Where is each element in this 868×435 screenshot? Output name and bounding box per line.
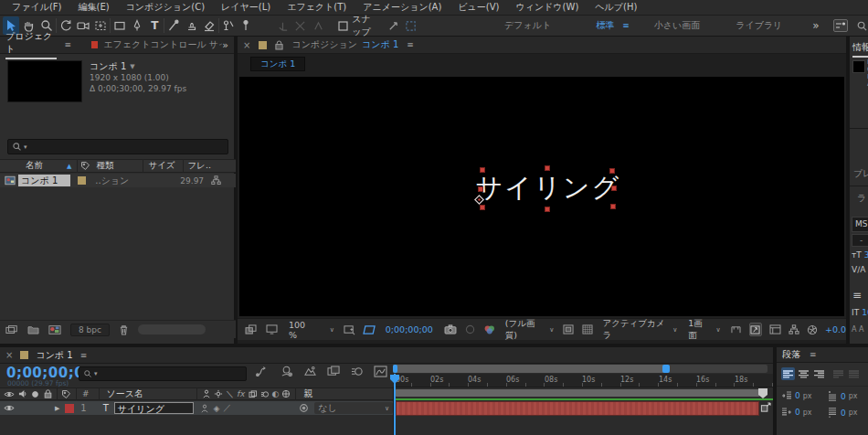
lock-icon[interactable] — [275, 40, 283, 50]
layer-video-eye-icon[interactable] — [4, 404, 15, 412]
workspace-menu-icon[interactable]: ≡ — [622, 21, 630, 30]
source-name-column-label[interactable]: ソース名 — [107, 387, 143, 400]
parent-dropdown[interactable]: なし ∨ — [314, 402, 393, 414]
canvas-text-layer[interactable]: サイリング — [476, 170, 620, 207]
puppet-pin-tool-button[interactable] — [238, 16, 254, 35]
indent-left-value[interactable]: 0 — [795, 391, 800, 400]
motion-blur-icon[interactable] — [351, 366, 364, 377]
row-label-swatch[interactable] — [78, 176, 86, 185]
graph-editor-icon[interactable] — [374, 366, 387, 377]
sort-arrow-icon[interactable]: ▲ — [67, 163, 71, 170]
audio-column-speaker-icon[interactable] — [18, 389, 27, 398]
camera-view-value[interactable]: アクティブカメラ — [602, 318, 665, 342]
selection-handle-top-center[interactable] — [545, 165, 550, 171]
parent-pickwhip-icon[interactable] — [299, 403, 309, 413]
fast-previews-icon[interactable] — [749, 323, 762, 336]
font-size-value[interactable]: 3 — [864, 250, 868, 260]
view-axis-mode-button[interactable] — [310, 16, 326, 35]
menu-view[interactable]: ビュー(V) — [450, 1, 507, 14]
selection-handle-top-left[interactable] — [480, 167, 485, 173]
draft-3d-icon[interactable] — [280, 366, 293, 377]
comp-name-caret[interactable]: ▼ — [130, 63, 134, 70]
local-axis-mode-button[interactable] — [275, 16, 291, 35]
camera-tool-button[interactable] — [75, 16, 91, 35]
menu-window[interactable]: ウィンドウ(W) — [507, 1, 587, 14]
align-center-button[interactable] — [797, 367, 810, 380]
time-navigator-end-handle[interactable] — [662, 365, 670, 373]
composition-canvas[interactable]: サイリング — [239, 77, 844, 316]
resolution-value[interactable]: (フル画質) — [505, 318, 543, 342]
close-tab-icon[interactable]: × — [243, 40, 250, 50]
view-layout-value[interactable]: 1画面 — [688, 318, 708, 342]
label-column-icon[interactable] — [80, 161, 90, 171]
pixel-aspect-correction-icon[interactable] — [730, 325, 742, 334]
comp-flowchart-icon[interactable] — [789, 324, 799, 334]
workspace-standard[interactable]: 標準 — [596, 19, 614, 32]
column-type[interactable]: 種類 — [96, 160, 113, 172]
adjustment-layer-switch-icon[interactable]: ◐ — [272, 389, 280, 398]
layer-row-1[interactable]: ▶ 1 T サイリング ◈ ／ なし ∨ — [0, 401, 393, 416]
shy-switch-icon[interactable] — [202, 389, 211, 398]
layer-bar-end-icon[interactable] — [760, 402, 771, 413]
menu-layer[interactable]: レイヤー(L) — [213, 1, 279, 14]
leading-value[interactable]: 10 — [862, 308, 868, 317]
label-column-tag-icon[interactable] — [61, 389, 71, 399]
three-d-switch-icon[interactable] — [281, 389, 291, 398]
row-flowchart-icon[interactable] — [211, 175, 221, 186]
roto-brush-tool-button[interactable] — [220, 16, 237, 35]
frame-blending-icon[interactable] — [327, 366, 341, 377]
comp-mini-flowchart-icon[interactable] — [256, 366, 270, 377]
magnification-value[interactable]: 100 % — [289, 320, 313, 340]
tab-library[interactable]: ラ — [857, 192, 866, 205]
solo-column-icon[interactable] — [31, 390, 39, 398]
space-after-value[interactable]: 0 — [841, 408, 846, 418]
new-composition-icon[interactable] — [48, 324, 61, 335]
magnification-caret-icon[interactable]: ∨ — [330, 326, 334, 334]
region-of-interest-icon[interactable] — [563, 324, 574, 334]
lock-column-icon[interactable] — [44, 389, 52, 398]
menu-file[interactable]: ファイル(F) — [4, 1, 70, 14]
tab-project[interactable]: プロジェクト — [5, 30, 57, 59]
trash-icon[interactable] — [119, 324, 129, 335]
layer-shy-switch[interactable] — [200, 404, 209, 413]
font-family-select[interactable]: MS ゴ — [852, 217, 868, 232]
menu-help[interactable]: ヘルプ(H) — [587, 1, 645, 14]
video-column-eye-icon[interactable] — [4, 390, 15, 398]
tab-composition-name[interactable]: コンポ 1 — [362, 38, 398, 51]
pen-tool-button[interactable] — [129, 16, 145, 35]
selection-handle-top-right[interactable] — [609, 168, 615, 174]
shrink-icon-button[interactable] — [386, 16, 402, 35]
layer-name[interactable]: サイリング — [114, 402, 195, 414]
parent-column-label[interactable]: 親 — [303, 387, 312, 400]
mask-visibility-button[interactable] — [403, 16, 419, 35]
row-comp-name[interactable]: コンポ 1 — [18, 175, 70, 186]
timeline-search-input[interactable]: ▾ — [79, 366, 247, 381]
timeline-button-icon[interactable] — [769, 324, 781, 334]
tab-overflow-chevron[interactable]: » — [222, 39, 228, 51]
monitor-icon[interactable] — [266, 324, 278, 334]
selection-handle-bottom-right[interactable] — [610, 204, 616, 209]
time-navigator[interactable] — [393, 365, 767, 373]
timeline-comp-label-swatch[interactable] — [20, 351, 28, 359]
world-axis-mode-button[interactable] — [292, 16, 309, 35]
transparency-grid-icon[interactable] — [582, 324, 593, 334]
effects-switch-label[interactable]: fx — [237, 389, 245, 398]
search-workspace-icon[interactable] — [856, 20, 868, 32]
workspace-bar-icon[interactable] — [833, 19, 848, 32]
view-layout-caret-icon[interactable]: ∨ — [715, 326, 720, 334]
comp-label-swatch[interactable] — [259, 41, 267, 49]
work-area-bar[interactable] — [395, 389, 760, 397]
workspace-library[interactable]: ライブラリ — [736, 19, 782, 32]
collapse-transforms-icon[interactable] — [214, 389, 223, 398]
show-channel-icon[interactable] — [483, 324, 496, 334]
snapshot-camera-icon[interactable] — [444, 324, 457, 334]
tab-composition-label[interactable]: コンポジション — [291, 38, 357, 51]
rotate-tool-button[interactable] — [57, 16, 73, 35]
justify-last-left-button[interactable] — [831, 367, 845, 380]
project-search-input[interactable]: ▾ — [7, 139, 228, 154]
layer-collapse-switch[interactable]: ◈ — [213, 404, 219, 413]
column-name[interactable]: 名前 — [26, 160, 43, 172]
resolution-caret-icon[interactable]: ∨ — [549, 326, 554, 334]
indent-right-value[interactable]: 0 — [795, 408, 800, 417]
selection-handle-mid-left[interactable] — [478, 186, 483, 192]
